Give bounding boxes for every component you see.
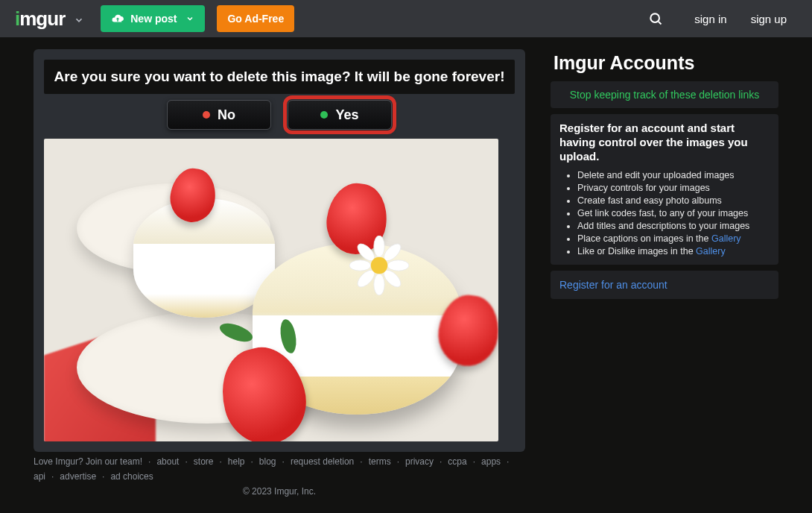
yes-label: Yes (335, 107, 358, 123)
chevron-down-icon[interactable] (74, 15, 84, 25)
list-item: Delete and edit your uploaded images (577, 169, 770, 182)
footer-link[interactable]: ad choices (110, 471, 153, 482)
register-account-link[interactable]: Register for an account (559, 279, 667, 291)
list-item: Place captions on images in the Gallery (577, 233, 770, 245)
footer-link[interactable]: help (228, 456, 245, 467)
list-item: Privacy controls for your images (577, 182, 770, 195)
footer-link[interactable]: advertise (60, 471, 96, 482)
svg-point-5 (387, 260, 409, 271)
footer-link[interactable]: apps (481, 456, 501, 467)
footer-link[interactable]: store (194, 456, 214, 467)
footer: Love Imgur? Join our team! about store h… (34, 452, 525, 497)
svg-point-3 (374, 274, 384, 295)
delete-confirmation-panel: Are you sure you want to delete this ima… (34, 49, 525, 452)
sign-up-link[interactable]: sign up (740, 8, 797, 30)
list-item: Add titles and descriptions to your imag… (577, 220, 770, 233)
register-heading: Register for an account and start having… (559, 122, 770, 163)
footer-link[interactable]: api (34, 471, 45, 482)
no-button[interactable]: No (167, 100, 271, 130)
footer-copyright: © 2023 Imgur, Inc. (34, 486, 525, 497)
go-ad-free-button[interactable]: Go Ad-Free (217, 5, 294, 32)
list-item: Create fast and easy photo albums (577, 195, 770, 207)
svg-point-0 (651, 13, 660, 22)
footer-link[interactable]: ccpa (448, 456, 466, 467)
go-ad-free-label: Go Ad-Free (227, 13, 284, 25)
red-dot-icon (203, 111, 210, 119)
search-icon[interactable] (648, 11, 663, 26)
gallery-link[interactable]: Gallery (711, 233, 741, 244)
register-info-box: Register for an account and start having… (551, 114, 778, 265)
svg-point-10 (371, 257, 387, 274)
footer-link[interactable]: terms (369, 456, 391, 467)
no-label: No (218, 107, 235, 123)
register-cta-box: Register for an account (551, 271, 778, 299)
green-dot-icon (320, 111, 328, 119)
gallery-link[interactable]: Gallery (696, 246, 726, 256)
svg-point-2 (374, 236, 384, 257)
new-post-label: New post (130, 13, 177, 25)
confirm-message: Are you sure you want to delete this ima… (44, 60, 515, 94)
list-item: Like or Dislike images in the Gallery (577, 245, 770, 258)
chevron-down-icon (185, 14, 194, 23)
svg-point-4 (349, 260, 371, 271)
daisy-icon (349, 236, 409, 295)
footer-link[interactable]: about (156, 456, 179, 467)
footer-link[interactable]: privacy (405, 456, 434, 467)
stop-tracking-link[interactable]: Stop keeping track of these deletion lin… (551, 81, 778, 108)
list-item: Get link codes fast, to any of your imag… (577, 207, 770, 220)
image-preview (44, 139, 498, 441)
footer-link[interactable]: blog (259, 456, 276, 467)
yes-button[interactable]: Yes (288, 100, 392, 130)
sidebar-title: Imgur Accounts (554, 52, 778, 74)
sign-in-link[interactable]: sign in (684, 8, 737, 30)
top-navbar: imgur New post Go Ad-Free sign in sign u… (0, 0, 812, 37)
cloud-upload-icon (111, 12, 124, 25)
footer-join-team[interactable]: Love Imgur? Join our team! (34, 456, 142, 467)
imgur-logo[interactable]: imgur (15, 7, 65, 31)
footer-link[interactable]: request deletion (291, 456, 354, 467)
new-post-button[interactable]: New post (101, 5, 205, 32)
svg-line-1 (659, 22, 662, 25)
